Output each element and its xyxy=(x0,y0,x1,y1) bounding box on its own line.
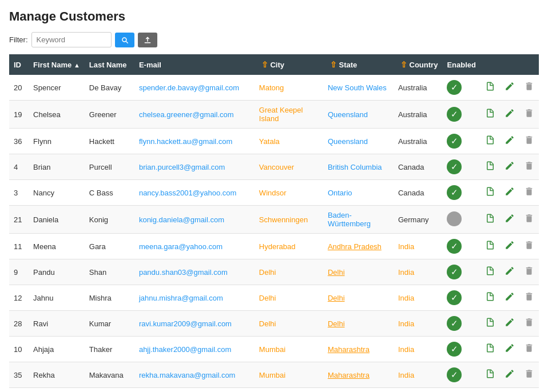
search-input[interactable] xyxy=(31,32,112,47)
state-link[interactable]: Queensland xyxy=(328,137,368,146)
state-link[interactable]: Delhi xyxy=(328,294,345,302)
edit-icon[interactable] xyxy=(505,267,515,278)
cell-city: Delhi xyxy=(255,311,323,337)
email-link[interactable]: spender.de.bavay@gmail.com xyxy=(139,83,239,92)
trash-icon[interactable] xyxy=(524,319,534,330)
state-link[interactable]: Maharashtra xyxy=(328,371,370,379)
city-link[interactable]: Great Keepel Island xyxy=(259,106,303,123)
email-link[interactable]: konig.daniela@gmail.com xyxy=(139,215,224,224)
cell-lastname: Kumar xyxy=(85,311,134,337)
trash-icon[interactable] xyxy=(524,188,534,199)
city-link[interactable]: Yatala xyxy=(259,137,280,146)
email-link[interactable]: meena.gara@yahoo.com xyxy=(139,242,223,251)
cell-city: Vancouver xyxy=(255,154,323,180)
enabled-check-icon: ✓ xyxy=(447,342,462,357)
trash-icon[interactable] xyxy=(524,345,534,355)
doc-icon[interactable] xyxy=(485,215,495,226)
doc-icon[interactable] xyxy=(485,137,495,147)
edit-icon[interactable] xyxy=(505,370,515,381)
city-link[interactable]: Hyderabad xyxy=(259,242,296,251)
trash-icon[interactable] xyxy=(524,293,534,304)
edit-icon[interactable] xyxy=(505,110,515,121)
email-link[interactable]: rekha.makavana@gmail.com xyxy=(139,371,236,379)
doc-icon[interactable] xyxy=(485,188,495,199)
state-link[interactable]: Delhi xyxy=(328,268,345,277)
trash-icon[interactable] xyxy=(524,83,534,94)
upload-button[interactable] xyxy=(138,33,157,47)
email-link[interactable]: nancy.bass2001@yahoo.com xyxy=(139,189,237,197)
edit-icon[interactable] xyxy=(505,83,515,94)
col-header-state[interactable]: ⇧ State xyxy=(323,54,394,75)
city-link[interactable]: Delhi xyxy=(259,268,276,277)
city-link[interactable]: Delhi xyxy=(259,294,276,302)
trash-icon[interactable] xyxy=(524,267,534,278)
edit-icon[interactable] xyxy=(505,188,515,199)
edit-icon[interactable] xyxy=(505,319,515,330)
state-link[interactable]: Maharashtra xyxy=(328,345,370,354)
city-link[interactable]: Windsor xyxy=(259,189,287,197)
state-link[interactable]: British Columbia xyxy=(328,163,382,171)
cell-action-doc xyxy=(481,154,500,180)
customers-table: ID First Name ▲ Last Name E-mail ⇧ City … xyxy=(9,54,539,388)
trash-icon[interactable] xyxy=(524,370,534,381)
cell-city: Mumbai xyxy=(255,337,323,362)
doc-icon[interactable] xyxy=(485,242,495,253)
cell-firstname: Jahnu xyxy=(29,285,85,311)
enabled-check-icon: ✓ xyxy=(447,107,462,122)
col-header-country[interactable]: ⇧ Country xyxy=(394,54,442,75)
state-link[interactable]: New South Wales xyxy=(328,83,387,92)
cell-action-delete xyxy=(519,75,539,101)
edit-icon[interactable] xyxy=(505,345,515,355)
city-link[interactable]: Mumbai xyxy=(259,345,285,354)
city-link[interactable]: Vancouver xyxy=(259,163,294,171)
email-link[interactable]: ravi.kumar2009@gmail.com xyxy=(139,319,232,328)
cell-action-edit xyxy=(500,154,519,180)
doc-icon[interactable] xyxy=(485,345,495,355)
email-link[interactable]: chelsea.greener@gmail.com xyxy=(139,110,234,119)
edit-icon[interactable] xyxy=(505,162,515,173)
col-header-firstname[interactable]: First Name ▲ xyxy=(29,54,85,75)
edit-icon[interactable] xyxy=(505,242,515,253)
trash-icon[interactable] xyxy=(524,137,534,147)
col-header-city[interactable]: ⇧ City xyxy=(255,54,323,75)
cell-email: jahnu.mishra@gmail.com xyxy=(134,285,255,311)
trash-icon[interactable] xyxy=(524,215,534,226)
cell-enabled: ✓ xyxy=(442,259,481,285)
search-button[interactable] xyxy=(115,33,134,47)
doc-icon[interactable] xyxy=(485,110,495,121)
edit-icon[interactable] xyxy=(505,293,515,304)
state-link[interactable]: Ontario xyxy=(328,189,352,197)
city-link[interactable]: Delhi xyxy=(259,319,276,328)
email-link[interactable]: flynn.hackett.au@gmail.com xyxy=(139,137,233,146)
state-link[interactable]: Delhi xyxy=(328,319,345,328)
state-link[interactable]: Queensland xyxy=(328,110,368,119)
cell-country: Australia xyxy=(394,75,442,101)
cell-action-doc xyxy=(481,234,500,259)
trash-icon[interactable] xyxy=(524,110,534,121)
cell-firstname: Meena xyxy=(29,234,85,259)
doc-icon[interactable] xyxy=(485,293,495,304)
cell-action-edit xyxy=(500,206,519,234)
city-link[interactable]: Matong xyxy=(259,83,284,92)
email-link[interactable]: pandu.shan03@gmail.com xyxy=(139,268,228,277)
doc-icon[interactable] xyxy=(485,370,495,381)
email-link[interactable]: jahnu.mishra@gmail.com xyxy=(139,294,223,302)
doc-icon[interactable] xyxy=(485,319,495,330)
cell-country: India xyxy=(394,259,442,285)
city-link[interactable]: Schwenningen xyxy=(259,215,308,224)
trash-icon[interactable] xyxy=(524,162,534,173)
cell-enabled: ✓ xyxy=(442,101,481,129)
doc-icon[interactable] xyxy=(485,267,495,278)
edit-icon[interactable] xyxy=(505,137,515,147)
col-header-lastname: Last Name xyxy=(85,54,134,75)
trash-icon[interactable] xyxy=(524,242,534,253)
email-link[interactable]: ahjj.thaker2000@gmail.com xyxy=(139,345,231,354)
state-link[interactable]: Andhra Pradesh xyxy=(328,242,382,251)
edit-icon[interactable] xyxy=(505,215,515,226)
filter-label: Filter: xyxy=(9,35,28,44)
doc-icon[interactable] xyxy=(485,83,495,94)
state-link[interactable]: Baden-Württemberg xyxy=(328,211,371,228)
email-link[interactable]: brian.purcell3@gmail.com xyxy=(139,163,225,171)
doc-icon[interactable] xyxy=(485,162,495,173)
city-link[interactable]: Mumbai xyxy=(259,371,285,379)
